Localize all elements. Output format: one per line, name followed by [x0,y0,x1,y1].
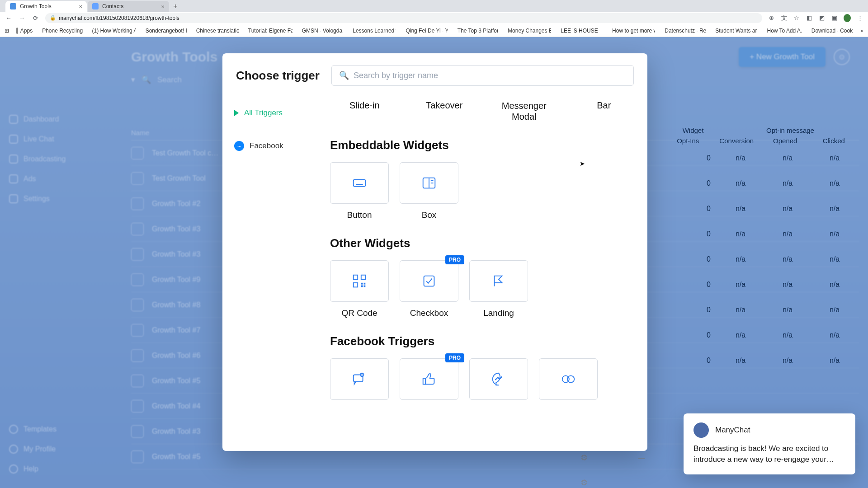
stats-row: 0n/an/an/a [664,196,858,221]
row-gear-icon[interactable]: ⚙ [580,453,588,463]
choose-trigger-modal: Choose trigger 🔍 Search by trigger name … [222,53,647,451]
stats-subheader: Opt-Ins [664,137,712,145]
bookmark-item[interactable]: Chinese translatio… [194,28,239,34]
menu-icon[interactable]: ⋮ [856,14,863,21]
stats-header-widget: Widget [664,127,722,134]
row-gear-icon[interactable]: ⚙ [580,478,588,488]
section-header-facebook: Facebook Triggers [330,334,638,348]
notification-toast[interactable]: ManyChat Broadcasting is back! We are ex… [684,413,855,474]
bookmark-item[interactable]: Apps [16,28,33,34]
bookmark-item[interactable]: Tutorial: Eigene Fa… [246,28,292,34]
svg-rect-11 [361,286,363,287]
stat-clicked: n/a [811,205,858,213]
overlay-widget-label[interactable]: Slide-in [330,99,399,122]
svg-rect-13 [424,276,434,286]
stats-row: 0n/an/an/a [664,272,858,297]
sidebar-item-facebook[interactable]: ~ Facebook [228,135,321,157]
bookmark-item[interactable]: Qing Fei De Yi · Y… [403,28,448,34]
trigger-card-fb-refurl[interactable] [539,358,598,400]
bookmark-item[interactable]: Phone Recycling… [40,28,82,34]
stats-row: 0n/an/an/a [664,221,858,247]
stat-optins: 0 [664,205,717,213]
card-label: Landing [469,308,528,318]
bookmark-label: Student Wants an… [715,28,757,34]
translate-icon[interactable]: 文 [780,14,788,22]
trigger-card-landing[interactable] [469,260,528,302]
stat-conversion: n/a [717,306,764,314]
bookmark-label: Lessons Learned f… [353,28,396,34]
sidebar-item-all-triggers[interactable]: All Triggers [228,102,321,124]
trigger-card-box[interactable] [400,162,458,204]
extension-icon[interactable]: ◧ [806,14,813,21]
play-icon [234,110,239,116]
forward-icon[interactable]: → [18,14,26,22]
trigger-card-fb-comments[interactable]: 20 [330,358,389,400]
card-label: Checkbox [400,308,458,318]
close-icon[interactable]: × [79,3,82,10]
stat-optins: 0 [664,255,717,263]
sidebar-item-label: Facebook [250,141,283,150]
stat-opened: n/a [764,230,811,238]
bookmark-item[interactable]: Datenschutz · Re… [662,28,706,34]
reload-icon[interactable]: ⟳ [32,14,40,22]
favicon-icon [10,3,16,9]
new-tab-button[interactable]: + [170,1,181,12]
browser-tab[interactable]: Contacts × [88,1,169,12]
stats-row: 0n/an/an/a [664,297,858,323]
bookmark-item[interactable]: The Top 3 Platfor… [455,28,498,34]
trigger-card-fb-messenger[interactable] [469,358,528,400]
section-header-embeddable: Embeddable Widgets [330,138,638,152]
bookmark-item[interactable]: Money Changes E… [505,28,551,34]
bookmark-item[interactable]: Sonderangebot! I… [143,28,187,34]
svg-rect-12 [364,286,366,287]
card-label: QR Code [330,308,389,318]
overlay-widget-label[interactable]: Takeover [410,99,479,122]
apps-icon[interactable]: ⊞ [5,28,9,34]
trigger-card-fb-like[interactable]: PRO [400,358,458,400]
search-input[interactable]: 🔍 Search by trigger name [331,65,634,86]
stats-subheader: Opened [761,137,810,145]
stat-optins: 0 [664,331,717,339]
trigger-card-checkbox[interactable]: PRO [400,260,458,302]
stat-optins: 0 [664,154,717,162]
address-bar[interactable]: 🔒 manychat.com/fb198150208192061­8/growt… [45,13,762,23]
star-icon[interactable]: ☆ [793,14,800,21]
bookmark-item[interactable]: (1) How Working A… [90,28,136,34]
bookmark-item[interactable]: LEE 'S HOUSE—… [558,28,603,34]
bookmark-label: The Top 3 Platfor… [458,28,498,34]
close-icon[interactable]: × [161,3,165,10]
trigger-card-button[interactable] [330,162,389,204]
favicon-icon [92,3,99,9]
trigger-card-qrcode[interactable] [330,260,389,302]
row-minus-icon[interactable]: – [638,451,645,465]
bookmark-item[interactable]: GMSN · Vologda,… [300,28,344,34]
svg-rect-7 [361,275,366,280]
sidebar-item-label: All Triggers [244,108,283,117]
bookmarks-overflow-icon[interactable]: » [860,28,863,34]
stats-subheader: Clicked [810,137,859,145]
svg-rect-1 [356,184,363,185]
bookmark-item[interactable]: Download · Cooki… [809,28,854,34]
stat-conversion: n/a [717,179,764,188]
zoom-icon[interactable]: ⊕ [768,14,775,21]
profile-avatar-icon[interactable] [844,14,851,22]
bookmark-label: Phone Recycling… [42,28,82,34]
bookmark-item[interactable]: How to get more v… [610,28,655,34]
browser-tab-active[interactable]: Growth Tools × [5,1,87,12]
stat-optins: 0 [664,357,717,365]
stats-subheader: Conversion [712,137,761,145]
bookmark-label: (1) How Working A… [92,28,136,34]
bookmark-item[interactable]: Student Wants an… [713,28,757,34]
stat-clicked: n/a [811,230,858,238]
back-icon[interactable]: ← [5,14,13,22]
bookmark-item[interactable]: Lessons Learned f… [350,28,396,34]
stat-opened: n/a [764,179,811,188]
bookmark-label: Money Changes E… [508,28,551,34]
bookmark-label: Qing Fei De Yi · Y… [406,28,448,34]
extension-icon[interactable]: ◩ [818,14,826,21]
svg-rect-10 [364,283,366,285]
overlay-widget-label[interactable]: Bar [570,99,639,122]
bookmark-item[interactable]: How To Add A… [764,28,802,34]
extension-icon[interactable]: ▣ [831,14,838,21]
overlay-widget-label[interactable]: Messenger Modal [490,99,559,122]
